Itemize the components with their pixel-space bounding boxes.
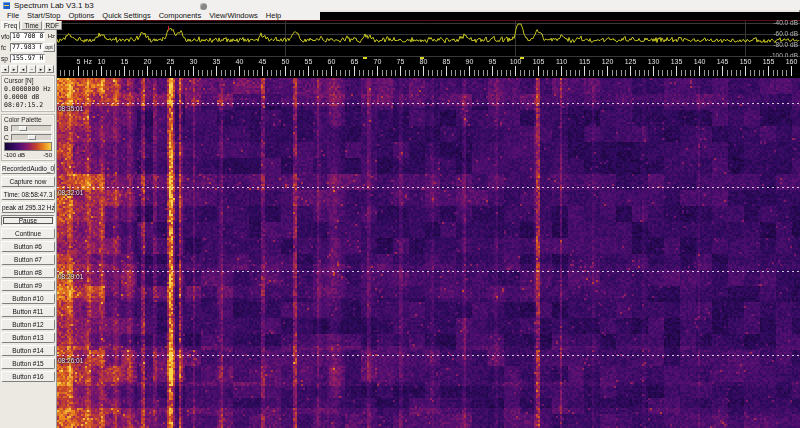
- menu-item-view-windows[interactable]: View/Windows: [209, 11, 258, 20]
- status-blob-icon: [200, 3, 207, 10]
- panel-tabs: FreqTimeRDF: [0, 20, 56, 30]
- app-icon: [3, 2, 10, 9]
- palette-gradient-bar: [4, 142, 52, 151]
- menu-item-components[interactable]: Components: [159, 11, 202, 20]
- button-button-12[interactable]: Button #12: [1, 319, 55, 330]
- freq-label-vfo: vfo: [1, 33, 10, 40]
- title-bar: Spectrum Lab V3.1 b3: [0, 0, 800, 10]
- waterfall-timeline-3: [57, 355, 800, 356]
- freq-label-sp: sp: [1, 55, 10, 62]
- cursor-group: Cursor [N] 0.0000000 Hz 0.0000 dB 08:07:…: [1, 75, 55, 112]
- button-button-13[interactable]: Button #13: [1, 332, 55, 343]
- nudge-button-3[interactable]: −: [28, 65, 36, 73]
- slider-c[interactable]: [11, 134, 52, 141]
- tab-freq[interactable]: Freq: [1, 21, 20, 30]
- window-title: Spectrum Lab V3.1 b3: [14, 1, 94, 10]
- freq-input-vfo[interactable]: [10, 32, 45, 41]
- palette-max-label: -50: [43, 152, 52, 158]
- freq-input-fc[interactable]: [10, 43, 43, 52]
- cursor-time: 08:07:15.2: [4, 101, 52, 109]
- button-continue[interactable]: Continue: [1, 228, 55, 239]
- palette-scale-labels: -100 dB -50: [4, 152, 52, 158]
- freq-row-sp: sp: [1, 53, 55, 63]
- frequency-fields: vfoHzfcoptsp: [0, 31, 56, 63]
- cursor-frequency: 0.0000000 Hz: [4, 85, 52, 93]
- button-button-14[interactable]: Button #14: [1, 345, 55, 356]
- menu-item-help[interactable]: Help: [266, 11, 281, 20]
- button-capture-now[interactable]: Capture now: [1, 176, 55, 187]
- nudge-button-1[interactable]: ▸: [10, 65, 18, 73]
- waterfall-display[interactable]: 08:35:0108:32:0108:29:0108:26:01: [57, 78, 800, 428]
- palette-sliders: BC: [4, 124, 52, 141]
- button-button-10[interactable]: Button #10: [1, 293, 55, 304]
- cursor-group-title: Cursor [N]: [4, 77, 52, 84]
- button-button-11[interactable]: Button #11: [1, 306, 55, 317]
- button-time-08-58-47-3[interactable]: Time: 08:58:47.3: [1, 189, 55, 200]
- slider-row-b: B: [4, 124, 52, 132]
- spectrum-lab-window: -40.0 dB-60.0 dB-80.0 dB-100.0 dB 08:35:…: [0, 0, 800, 428]
- palette-min-label: -100 dB: [4, 152, 25, 158]
- nudge-button-0[interactable]: ◂: [1, 65, 9, 73]
- ruler-canvas: [57, 57, 800, 78]
- button-opt[interactable]: opt: [43, 43, 55, 52]
- panel-button-stack: RecordedAudio_004.Capture nowTime: 08:58…: [0, 163, 56, 382]
- frequency-nudge-buttons: ◂▸◂−▸▸: [1, 65, 55, 73]
- tab-time[interactable]: Time: [21, 21, 41, 30]
- button-recordedaudio-004[interactable]: RecordedAudio_004.: [1, 163, 55, 174]
- waterfall-timeline-1: [57, 187, 800, 188]
- slider-label-b: B: [4, 125, 11, 132]
- button-peak-at-295-32-hz[interactable]: peak at 295.32 Hz: [1, 202, 55, 213]
- menu-item-start-stop[interactable]: Start/Stop: [27, 11, 60, 20]
- button-button-15[interactable]: Button #15: [1, 358, 55, 369]
- slider-row-c: C: [4, 133, 52, 141]
- db-label-1: -60.0 dB: [773, 30, 798, 37]
- freq-row-vfo: vfoHz: [1, 31, 55, 41]
- nudge-button-4[interactable]: ▸: [37, 65, 45, 73]
- menu-bar: FileStart/StopOptionsQuick SettingsCompo…: [0, 10, 320, 20]
- slider-thumb-c[interactable]: [28, 135, 36, 140]
- waterfall-timestamp-0: 08:35:01: [58, 105, 83, 112]
- menu-item-file[interactable]: File: [7, 11, 19, 20]
- tab-rdf[interactable]: RDF: [43, 21, 62, 30]
- nudge-button-5[interactable]: ▸: [46, 65, 54, 73]
- button-button-8[interactable]: Button #8: [1, 267, 55, 278]
- db-label-2: -80.0 dB: [773, 41, 798, 48]
- button-button-6[interactable]: Button #6: [1, 241, 55, 252]
- color-palette-group: Color Palette BC -100 dB -50: [1, 114, 55, 161]
- freq-label-fc: fc: [1, 44, 10, 51]
- menu-item-quick-settings[interactable]: Quick Settings: [102, 11, 150, 20]
- button-button-16[interactable]: Button #16: [1, 371, 55, 382]
- freq-input-sp[interactable]: [10, 54, 45, 63]
- button-pause[interactable]: Pause: [1, 215, 55, 226]
- control-panel: FreqTimeRDF vfoHzfcoptsp ◂▸◂−▸▸ Cursor […: [0, 20, 57, 428]
- nudge-button-2[interactable]: ◂: [19, 65, 27, 73]
- waterfall-timestamp-1: 08:32:01: [58, 189, 83, 196]
- waterfall-timeline-0: [57, 103, 800, 104]
- button-button-7[interactable]: Button #7: [1, 254, 55, 265]
- palette-group-title: Color Palette: [4, 116, 52, 123]
- waterfall-canvas: [57, 78, 800, 428]
- slider-thumb-b[interactable]: [19, 126, 27, 131]
- unit-label-vfo: Hz: [45, 33, 55, 39]
- freq-row-fc: fcopt: [1, 42, 55, 52]
- frequency-ruler[interactable]: [57, 57, 800, 78]
- waterfall-timeline-2: [57, 271, 800, 272]
- slider-b[interactable]: [11, 125, 52, 132]
- db-label-0: -40.0 dB: [773, 19, 798, 26]
- slider-label-c: C: [4, 134, 11, 141]
- waterfall-timestamp-2: 08:29:01: [58, 273, 83, 280]
- button-button-9[interactable]: Button #9: [1, 280, 55, 291]
- waterfall-timestamp-3: 08:26:01: [58, 357, 83, 364]
- cursor-level: 0.0000 dB: [4, 93, 52, 101]
- menu-item-options[interactable]: Options: [68, 11, 94, 20]
